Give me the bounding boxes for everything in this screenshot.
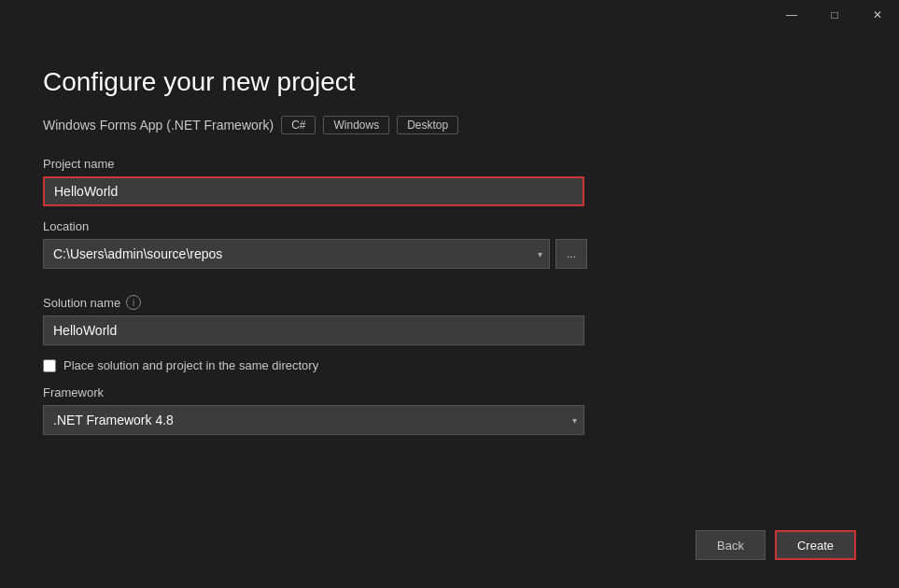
solution-name-group: Solution name i [43,295,856,345]
tag-desktop: Desktop [397,116,458,134]
title-bar: — □ ✕ [770,0,899,30]
tag-windows: Windows [323,116,389,134]
same-directory-checkbox[interactable] [43,359,56,372]
location-group: Location C:\Users\admin\source\repos ▾ .… [43,219,856,282]
checkbox-row: Place solution and project in the same d… [43,358,856,372]
back-button[interactable]: Back [695,530,766,560]
solution-name-label: Solution name i [43,295,856,310]
create-button[interactable]: Create [775,530,856,560]
bottom-bar: Back Create [43,511,856,560]
maximize-button[interactable]: □ [813,0,856,30]
location-select[interactable]: C:\Users\admin\source\repos [43,239,550,269]
project-name-group: Project name [43,157,856,206]
framework-group: Framework .NET Framework 4.8 .NET Framew… [43,385,856,435]
tag-csharp: C# [281,116,316,134]
form-section: Project name Location C:\Users\admin\sou… [43,157,856,511]
location-select-wrapper: C:\Users\admin\source\repos ▾ [43,239,550,269]
same-directory-label[interactable]: Place solution and project in the same d… [63,358,318,372]
app-type-label: Windows Forms App (.NET Framework) [43,118,274,133]
browse-button[interactable]: ... [555,239,587,269]
framework-label: Framework [43,385,856,399]
location-label: Location [43,219,856,233]
project-name-input[interactable] [43,176,584,206]
close-button[interactable]: ✕ [856,0,899,30]
framework-select-wrapper: .NET Framework 4.8 .NET Framework 4.7.2 … [43,405,584,435]
location-row: C:\Users\admin\source\repos ▾ ... [43,239,856,269]
framework-select[interactable]: .NET Framework 4.8 .NET Framework 4.7.2 … [43,405,584,435]
tag-row: Windows Forms App (.NET Framework) C# Wi… [43,116,856,134]
page-title: Configure your new project [43,67,856,97]
solution-name-info-icon: i [126,295,141,310]
solution-name-input[interactable] [43,315,584,345]
main-content: Configure your new project Windows Forms… [0,30,899,588]
minimize-button[interactable]: — [770,0,813,30]
project-name-label: Project name [43,157,856,171]
